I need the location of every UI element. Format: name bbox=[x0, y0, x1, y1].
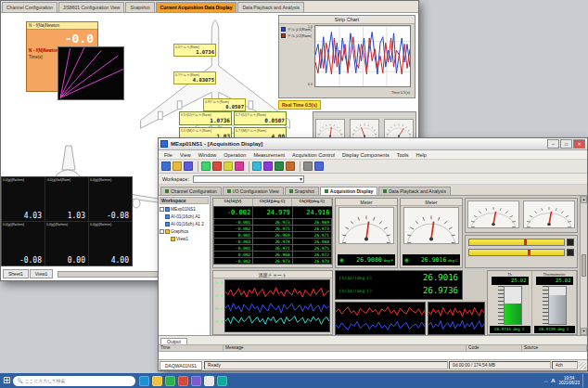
value-box: 0.5 f(U)デルタ(Rwm) 1.0736 bbox=[179, 111, 232, 125]
output-col-message[interactable]: Message bbox=[224, 345, 467, 351]
table-cell: 0.0(g)(Rw/min) -0.08 bbox=[89, 177, 132, 221]
run-icon[interactable] bbox=[201, 162, 211, 171]
tab-snapshot[interactable]: Snapshot bbox=[285, 187, 319, 195]
app-icon-1[interactable] bbox=[191, 376, 201, 386]
tab-io-configuration-view[interactable]: I/O Configuration View bbox=[223, 187, 284, 195]
channel-cell: 26.973 bbox=[293, 226, 331, 231]
menu-tools[interactable]: Tools bbox=[393, 152, 413, 158]
bg-tab-current-acquisition[interactable]: Current Acquisition Data Display bbox=[156, 2, 237, 12]
close-button[interactable]: ✕ bbox=[573, 139, 585, 149]
maximize-button[interactable]: □ bbox=[560, 139, 572, 149]
spreadsheet-app-icon[interactable] bbox=[165, 376, 175, 386]
bar-end-block bbox=[567, 239, 574, 246]
output-pane: Output Time Message Code Source bbox=[159, 335, 587, 359]
taskbar-search[interactable]: 🔍 bbox=[13, 376, 135, 386]
menu-acquisition-control[interactable]: Acquisition Control bbox=[288, 152, 339, 158]
gauge-display-icon[interactable] bbox=[286, 162, 295, 171]
output-col-code[interactable]: Code bbox=[467, 345, 522, 351]
tree-item-graphics[interactable]: - Graphics bbox=[160, 227, 209, 235]
daq-app-icon[interactable] bbox=[217, 376, 227, 386]
thermometer-top-readout: 25.02 bbox=[536, 277, 573, 285]
open-icon[interactable] bbox=[173, 162, 182, 171]
pause-icon[interactable] bbox=[224, 162, 233, 171]
browser-icon[interactable] bbox=[139, 376, 149, 386]
collapse-icon[interactable]: - bbox=[160, 207, 164, 212]
x-axis-label: Time 0.5(s) bbox=[391, 90, 410, 95]
menu-window[interactable]: Window bbox=[195, 152, 221, 158]
search-input[interactable] bbox=[25, 379, 133, 383]
scroll-up-arrow[interactable]: ▲ bbox=[581, 196, 587, 203]
collapse-icon[interactable]: - bbox=[160, 229, 164, 234]
scroll-thumb[interactable] bbox=[582, 254, 586, 277]
table-display-icon[interactable] bbox=[275, 162, 284, 171]
app-icon-2[interactable] bbox=[204, 376, 214, 386]
sheet-tab-2[interactable]: View1 bbox=[30, 269, 54, 278]
tree-item-view1[interactable]: View1 bbox=[171, 235, 209, 242]
channel-cell: 26.974 bbox=[253, 239, 291, 244]
menu-view[interactable]: View bbox=[176, 152, 195, 158]
meter-display-icon[interactable] bbox=[252, 162, 262, 171]
toolbar-separator bbox=[249, 162, 249, 172]
digital-label: Ch(32)(deg C) bbox=[339, 276, 372, 280]
tray-expand-icon[interactable]: ︿ bbox=[543, 378, 548, 383]
tab-data-playback[interactable]: Data Playback and Analysis bbox=[378, 187, 451, 195]
bg-tab-configuration-view[interactable]: JIS8601 Configuration View bbox=[58, 2, 125, 12]
show-desktop-button[interactable] bbox=[582, 374, 585, 387]
file-explorer-icon[interactable] bbox=[152, 376, 162, 386]
thermometer-bar-area bbox=[498, 286, 522, 325]
language-indicator[interactable]: A bbox=[551, 378, 555, 383]
help-icon[interactable] bbox=[314, 162, 324, 171]
menu-help[interactable]: Help bbox=[413, 152, 430, 158]
strip-chart-plot bbox=[314, 25, 411, 87]
start-button[interactable]: ⊞ bbox=[3, 374, 10, 387]
digital-label: Ch(33)(deg C) bbox=[339, 289, 372, 293]
menu-file[interactable]: File bbox=[160, 152, 176, 158]
value-tag: 0.5デルタ(Rwm) 1.0736 bbox=[173, 44, 216, 57]
stop-icon[interactable] bbox=[212, 162, 222, 171]
tree-item-root[interactable]: - MExp01NS1 bbox=[160, 205, 209, 213]
tree-item-ai1[interactable]: AI-01(16ch) A1 bbox=[165, 213, 209, 220]
new-icon[interactable] bbox=[161, 162, 171, 171]
tab-icon bbox=[227, 189, 231, 193]
mail-app-icon[interactable] bbox=[178, 376, 188, 386]
output-tab[interactable]: Output bbox=[160, 338, 187, 344]
level-bar bbox=[468, 239, 565, 246]
tab-label: Channel Configuration bbox=[171, 188, 217, 194]
col-header: Ch(32)(deg C) bbox=[253, 199, 293, 206]
tab-acquisition-display[interactable]: Acquisition Display bbox=[320, 187, 377, 195]
bg-tab-channel-configuration[interactable]: Channel Configuration bbox=[2, 2, 58, 12]
digital-row: Ch(33)(deg C) 26.9736 bbox=[336, 284, 462, 297]
channel-cell: 0.002 bbox=[214, 252, 252, 257]
record-icon[interactable] bbox=[235, 162, 244, 171]
minimize-button[interactable]: – bbox=[547, 139, 559, 149]
meter-value: 26.9016 bbox=[412, 256, 446, 264]
chart-display-icon[interactable] bbox=[263, 162, 273, 171]
save-icon[interactable] bbox=[184, 162, 193, 171]
output-col-time[interactable]: Time bbox=[159, 345, 224, 351]
resize-grip[interactable] bbox=[579, 362, 586, 369]
workspace-combobox[interactable] bbox=[193, 175, 304, 183]
title-bar[interactable]: MExp01NS1 - [Acquisition Display] – □ ✕ bbox=[159, 138, 587, 150]
digital-readout-panel: Ch(32)(deg C) 26.9016 Ch(33)(deg C) 26.9… bbox=[335, 270, 463, 300]
y-tick: 26.0 bbox=[214, 306, 223, 311]
channel-table-headers: Ch(16)(V) Ch(32)(deg C) Ch(33)(deg C) bbox=[213, 199, 332, 206]
meter-value: 26.9080 bbox=[347, 256, 382, 264]
taskbar-clock[interactable]: 19:54 2021/06/23 bbox=[558, 376, 580, 385]
sheet-tab-1[interactable]: Sheet1 bbox=[3, 269, 29, 278]
bg-tab-playback[interactable]: Data Playback and Analysis bbox=[237, 2, 304, 12]
output-body bbox=[159, 352, 587, 359]
document-tab[interactable]: DAQWA01NS1 bbox=[160, 361, 202, 370]
vertical-scrollbar[interactable]: ▲ ▼ bbox=[580, 196, 587, 335]
temperature-chart-series bbox=[225, 280, 329, 331]
bg-tab-snapshot[interactable]: Snapshot bbox=[125, 2, 154, 12]
menu-operation[interactable]: Operation bbox=[220, 152, 249, 158]
tree-item-ai2[interactable]: AI-01(16ch) A1 2 bbox=[165, 220, 209, 227]
tab-channel-configuration[interactable]: Channel Configuration bbox=[160, 187, 222, 195]
meter-readout: 26.9080 deg F bbox=[338, 254, 395, 265]
menu-display-components[interactable]: Display Components bbox=[339, 152, 393, 158]
cell-label: 0.0(g)(Rw/min) bbox=[90, 223, 131, 226]
output-col-source[interactable]: Source bbox=[522, 345, 587, 351]
settings-icon[interactable] bbox=[303, 162, 313, 171]
menu-measurement[interactable]: Measurement bbox=[249, 152, 288, 158]
scroll-down-arrow[interactable]: ▼ bbox=[581, 328, 587, 335]
